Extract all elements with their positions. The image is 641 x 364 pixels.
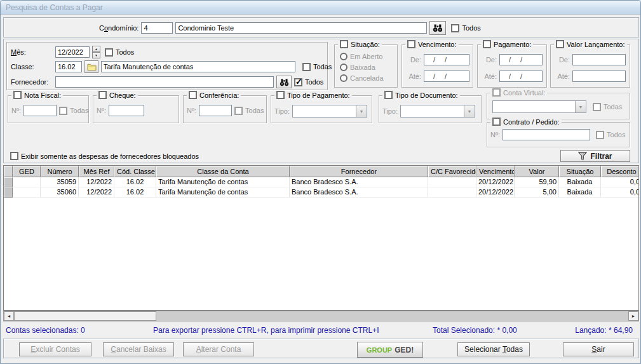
contrato-pedido-todos-checkbox[interactable]	[596, 131, 604, 139]
column-mes-ref[interactable]: Mês Ref	[79, 166, 114, 177]
classe-label: Classe:	[11, 63, 53, 71]
tipo-pagamento-tipo-label: Tipo:	[274, 107, 290, 115]
conferencia-group: Conferência: Nº: Todas	[183, 95, 267, 123]
column-cc-favorecido[interactable]: C/C Favorecido	[428, 166, 476, 177]
fornecedor-todos-checkbox[interactable]	[294, 78, 302, 86]
column-classe-da-conta[interactable]: Classe da Conta	[156, 166, 290, 177]
tipo-documento-group: Tipo de Documento: Tipo: ▼	[379, 95, 482, 123]
vencimento-checkbox[interactable]	[407, 40, 415, 48]
nota-fiscal-numero-label: Nº:	[11, 107, 21, 114]
conferencia-numero-input[interactable]	[199, 105, 232, 116]
column-ged[interactable]: GED	[13, 166, 41, 177]
conta-virtual-group: Conta Virtual: ▼ Todas	[487, 93, 630, 119]
column-numero[interactable]: Número	[41, 166, 79, 177]
scroll-left-icon[interactable]: ◄	[4, 311, 14, 321]
classe-code-input[interactable]	[55, 61, 82, 72]
horizontal-scrollbar[interactable]: ◄ ►	[3, 311, 639, 321]
column-valor[interactable]: Valor	[515, 166, 559, 177]
situacao-baixada-radio[interactable]	[340, 64, 347, 71]
column-situacao[interactable]: Situação	[559, 166, 601, 177]
row-selector[interactable]	[4, 177, 13, 187]
situacao-checkbox[interactable]	[340, 40, 348, 48]
folder-icon	[87, 63, 97, 71]
conferencia-numero-label: Nº:	[187, 107, 196, 114]
valor-lancamento-group: Valor Lançamento: De: Até:	[550, 44, 630, 88]
lancado-text: Lançado: * 64,90	[575, 326, 633, 335]
exibir-bloqueados-checkbox[interactable]	[10, 152, 18, 160]
sair-button[interactable]: Sair	[563, 342, 634, 356]
vencimento-de-input[interactable]	[424, 54, 469, 65]
condominio-name-input[interactable]	[175, 22, 427, 34]
column-desconto[interactable]: Desconto	[601, 166, 639, 177]
contrato-pedido-numero-input[interactable]	[503, 129, 590, 140]
mes-input[interactable]	[55, 46, 90, 58]
selecionar-todas-button[interactable]: Selecionar Todas	[457, 342, 530, 356]
tipo-documento-select[interactable]: ▼	[400, 105, 475, 118]
condominio-todos-checkbox[interactable]	[451, 24, 459, 32]
pagamento-de-input[interactable]	[499, 54, 543, 65]
table-row[interactable]: 35060 12/2022 16.02 Tarifa Manutenção de…	[4, 187, 638, 198]
condominio-code-input[interactable]	[141, 22, 173, 34]
fornecedor-search-button[interactable]	[276, 76, 292, 88]
contrato-pedido-numero-label: Nº:	[490, 131, 500, 138]
situacao-em-aberto-radio[interactable]	[340, 53, 347, 60]
classe-name-input[interactable]	[101, 61, 295, 72]
alterar-conta-button[interactable]: Alterar Conta	[183, 342, 254, 356]
cheque-numero-input[interactable]	[109, 105, 144, 116]
scrollbar-thumb[interactable]	[14, 311, 156, 321]
nota-fiscal-todas-checkbox[interactable]	[59, 107, 67, 115]
nota-fiscal-checkbox[interactable]	[13, 91, 22, 99]
condominio-search-button[interactable]	[429, 21, 446, 35]
titlebar[interactable]: Pesquisa de Contas a Pagar	[1, 1, 640, 15]
pagamento-ate-input[interactable]	[499, 71, 543, 82]
classe-todas-checkbox[interactable]	[302, 63, 311, 71]
valor-de-input[interactable]	[572, 54, 626, 65]
tipo-pagamento-checkbox[interactable]	[276, 91, 285, 99]
pagamento-title: Pagamento:	[494, 41, 531, 48]
tipo-documento-tipo-label: Tipo:	[382, 107, 398, 115]
classe-folder-button[interactable]	[84, 60, 98, 73]
filtrar-label: Filtrar	[590, 152, 612, 161]
vencimento-ate-input[interactable]	[424, 71, 469, 82]
mes-spinner[interactable]: ▲▼	[92, 46, 100, 58]
excluir-contas-button[interactable]: Excluir Contas	[19, 342, 91, 356]
valor-lancamento-checkbox[interactable]	[556, 40, 564, 48]
conferencia-checkbox[interactable]	[189, 91, 197, 99]
conta-virtual-title: Conta Virtual:	[503, 89, 545, 97]
mes-todos-checkbox[interactable]	[105, 48, 113, 57]
bottom-button-bar: Excluir Contas Cancelar Baixas Alterar C…	[3, 339, 639, 358]
cheque-checkbox[interactable]	[98, 91, 107, 99]
pagamento-de-label: De:	[482, 56, 497, 64]
dropdown-arrow-icon: ▼	[356, 105, 367, 117]
mes-todos-label: Todos	[116, 48, 134, 56]
conta-virtual-checkbox[interactable]	[492, 88, 501, 97]
conferencia-todas-checkbox[interactable]	[234, 107, 243, 115]
situacao-cancelada-radio[interactable]	[340, 74, 347, 82]
export-hint-text: Para exportar pressione CTRL+R, para imp…	[153, 326, 379, 335]
fornecedor-input[interactable]	[55, 76, 274, 88]
tipo-pagamento-select[interactable]: ▼	[292, 105, 367, 118]
conta-virtual-select[interactable]: ▼	[492, 100, 586, 113]
window-title: Pesquisa de Contas a Pagar	[6, 3, 103, 12]
column-fornecedor[interactable]: Fornecedor	[290, 166, 428, 177]
contrato-pedido-title: Contrato / Pedido:	[503, 118, 560, 126]
row-selector[interactable]	[4, 187, 13, 198]
group-ged-button[interactable]: GROUP GED!	[357, 342, 423, 358]
table-row[interactable]: 35059 12/2022 16.02 Tarifa Manutenção de…	[4, 177, 638, 187]
mes-label: Mês:	[11, 48, 53, 56]
nota-fiscal-numero-input[interactable]	[24, 105, 57, 116]
condominio-panel: Condomínio: Todos	[3, 17, 639, 37]
cancelar-baixas-button[interactable]: Cancelar Baixas	[103, 342, 174, 356]
scroll-right-icon[interactable]: ►	[628, 311, 638, 321]
conta-virtual-todas-checkbox[interactable]	[593, 103, 601, 111]
filtrar-button[interactable]: Filtrar	[560, 150, 630, 162]
contrato-pedido-checkbox[interactable]	[492, 118, 501, 126]
cheque-title: Cheque:	[109, 91, 136, 99]
column-vencimento[interactable]: Vencimento	[476, 166, 515, 177]
pagamento-checkbox[interactable]	[483, 40, 491, 48]
tipo-documento-checkbox[interactable]	[384, 91, 393, 99]
header-selector-cell[interactable]	[4, 166, 13, 177]
contas-selecionadas-text: Contas selecionadas: 0	[6, 326, 85, 335]
valor-ate-input[interactable]	[572, 71, 626, 82]
column-cod-classe[interactable]: Cód. Classe	[114, 166, 156, 177]
